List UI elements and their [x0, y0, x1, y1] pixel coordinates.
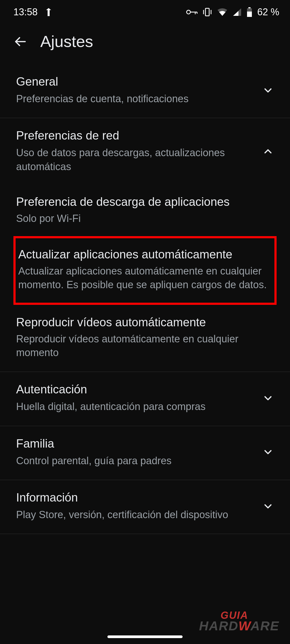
item-autoplay-subtitle: Reproducir vídeos automáticamente en cua…: [16, 332, 274, 360]
chevron-down-icon: [262, 446, 274, 458]
svg-point-0: [187, 10, 190, 14]
item-autoplay-videos[interactable]: Reproducir vídeos automáticamente Reprod…: [0, 306, 290, 369]
section-family-title: Familia: [16, 437, 257, 450]
chevron-up-icon: [262, 145, 274, 157]
section-family-subtitle: Control parental, guía para padres: [16, 454, 257, 468]
settings-list: General Preferencias de cuenta, notifica…: [0, 64, 290, 534]
signal-icon: [233, 8, 242, 16]
app-header: Ajustes: [0, 24, 290, 64]
vpn-key-icon: [186, 9, 198, 15]
section-network[interactable]: Preferencias de red Uso de datos para de…: [0, 118, 290, 186]
watermark-line2: HARDWARE: [199, 619, 279, 633]
item-auto-update[interactable]: Actualizar aplicaciones automáticamente …: [16, 238, 274, 303]
section-network-subtitle: Uso de datos para descargas, actualizaci…: [16, 146, 257, 174]
item-autoplay-title: Reproducir vídeos automáticamente: [16, 316, 274, 329]
status-bar-right: 62 %: [186, 6, 279, 18]
section-info-subtitle: Play Store, versión, certificación del d…: [16, 508, 257, 522]
battery-percent: 62 %: [257, 6, 279, 18]
notification-icon: [45, 8, 52, 16]
chevron-down-icon: [262, 85, 274, 96]
item-download-preference[interactable]: Preferencia de descarga de aplicaciones …: [0, 186, 290, 235]
item-download-preference-title: Preferencia de descarga de aplicaciones: [16, 195, 274, 208]
section-auth-title: Autenticación: [16, 383, 257, 396]
section-family[interactable]: Familia Control parental, guía para padr…: [0, 426, 290, 480]
status-bar-left: 13:58: [13, 6, 52, 18]
section-auth-subtitle: Huella digital, autenticación para compr…: [16, 400, 257, 414]
section-general-subtitle: Preferencias de cuenta, notificaciones: [16, 92, 257, 106]
chevron-down-icon: [262, 392, 274, 404]
section-network-title: Preferencias de red: [16, 129, 257, 142]
back-button[interactable]: [13, 35, 27, 48]
arrow-left-icon: [13, 35, 27, 48]
item-auto-update-title: Actualizar aplicaciones automáticamente: [18, 248, 272, 261]
status-bar: 13:58 62 %: [0, 0, 290, 24]
section-general-title: General: [16, 75, 257, 88]
chevron-down-icon: [262, 500, 274, 512]
vibrate-icon: [202, 8, 212, 16]
section-general[interactable]: General Preferencias de cuenta, notifica…: [0, 64, 290, 118]
nav-handle[interactable]: [107, 635, 183, 638]
watermark-logo: GUIA HARDWARE: [199, 610, 279, 633]
svg-rect-7: [248, 7, 251, 8]
page-title: Ajustes: [40, 32, 93, 51]
wifi-icon: [217, 8, 228, 16]
section-information[interactable]: Información Play Store, versión, certifi…: [0, 480, 290, 534]
battery-icon: [247, 7, 252, 17]
item-auto-update-subtitle: Actualizar aplicaciones automáticamente …: [18, 264, 272, 292]
item-download-preference-subtitle: Solo por Wi-Fi: [16, 212, 274, 225]
navigation-bar: [0, 633, 290, 641]
section-info-title: Información: [16, 491, 257, 504]
highlight-annotation: Actualizar aplicaciones automáticamente …: [13, 236, 277, 305]
section-authentication[interactable]: Autenticación Huella digital, autenticac…: [0, 372, 290, 426]
status-time: 13:58: [13, 6, 38, 18]
svg-rect-9: [247, 12, 252, 17]
svg-rect-4: [205, 8, 209, 16]
